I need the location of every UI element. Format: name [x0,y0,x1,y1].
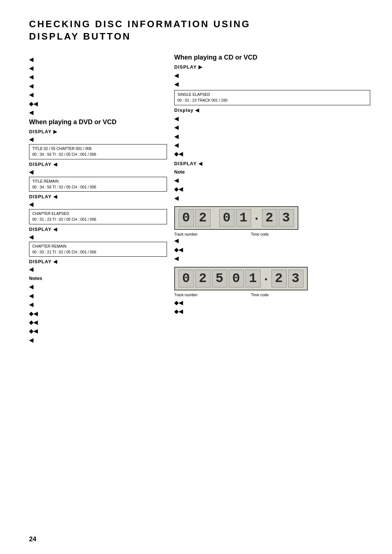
box3-line1: CHAPTER ELAPSED [32,211,164,217]
top-arrows-left: ◀ ◀ ◀ ◀ ◀ ◆◀ ◀ [29,55,167,117]
lcd1-time-digit2: 1 [236,209,251,227]
lcd2-time-digit2: 2 [271,270,287,288]
arrow-2: ◀ [29,64,167,72]
info-box-4: CHAPTER REMAIN 00 : 03 : 21 TI : 02 / 05… [29,242,167,257]
right-middle-arrows: ◀ ◀ ◀ ◀ ◆◀ [174,114,370,159]
right-mid-arrow-5: ◆◀ [174,150,370,158]
right-btw-arrow-1: ◆◀ [174,246,370,254]
right-mid-arrow-4: ◀ [174,141,370,149]
left-arrow-3: ◀ [29,201,167,208]
lcd-display-2-wrapper: 0 2 5 0 1 · 2 3 Track number Time code [174,265,370,297]
cd-info-box: SINGLE ELAPSED 00 : 01 : 23 TRACK 001 / … [174,90,370,105]
note-arrow-2: ◀ [29,292,167,300]
box4-line1: CHAPTER REMAIN [32,244,164,249]
right-top-arrows: ◀ ◀ [174,71,370,89]
left-display-back1: DISPLAY ◀ [29,162,167,167]
arrow-6: ◆◀ [29,100,167,108]
lcd2-captions: Track number Time code [174,293,269,297]
left-arrow-2: ◀ [29,168,167,175]
right-display-forward: DISPLAY ▶ [174,64,370,70]
lcd-display-1: 0 2 0 1 · 2 3 [174,206,298,230]
note-arrow-6: ◆◀ [29,327,167,335]
lcd2-track-digit4: 0 [229,270,244,288]
title-line1: CHECKING DISC INFORMATION USING [29,18,370,30]
left-display-back2: DISPLAY ◀ [29,194,167,199]
lcd2-track-digit3: 5 [212,270,227,288]
box4-line2: 00 : 03 : 21 TI : 02 / 05 CH : 001 / 006 [32,249,164,255]
lcd1-track-digit2: 2 [195,209,211,227]
left-arrow-5: ◀ [29,266,167,273]
lcd2-track-digit2: 2 [195,270,211,288]
title-line2: DISPLAY BUTTON [29,30,370,43]
right-mid-arrow-1: ◀ [174,115,370,123]
right-bottom-arrows: ◆◀ ◆◀ [174,298,370,316]
lcd2-colon: · [262,272,270,287]
page-number: 24 [29,535,36,543]
box2-line1: TITLE REMAIN [32,179,164,184]
lcd1-time-label: Time code [251,232,269,236]
right-note-arrows: ◀ ◆◀ ◀ [174,176,370,203]
right-section-header: When playing a CD or VCD [174,54,370,61]
box3-line2: 00 : 01 : 23 TI : 02 / 05 CH : 001 / 006 [32,217,164,223]
right-mid-arrow-3: ◀ [174,133,370,140]
right-note-arrow-2: ◆◀ [174,185,370,193]
cd-box-line1: SINGLE ELAPSED [177,92,367,98]
right-note-arrow-1: ◀ [174,176,370,184]
arrow-7: ◀ [29,109,167,117]
left-column: ◀ ◀ ◀ ◀ ◀ ◆◀ ◀ When playing a DVD or VCD… [29,54,167,346]
lcd1-time-digit4: 3 [279,209,294,227]
left-display-back4: DISPLAY ◀ [29,259,167,264]
arrow-5: ◀ [29,91,167,99]
right-column: When playing a CD or VCD DISPLAY ▶ ◀ ◀ S… [174,54,370,346]
right-mid-arrow-2: ◀ [174,123,370,131]
lcd1-track-label: Track number [174,232,197,236]
left-display-forward: DISPLAY ▶ [29,129,167,134]
content-columns: ◀ ◀ ◀ ◀ ◀ ◆◀ ◀ When playing a DVD or VCD… [29,54,370,346]
arrow-1: ◀ [29,56,167,64]
left-arrow-4: ◀ [29,233,167,240]
left-arrow-after-display: ◀ [29,136,167,143]
right-display-back1: Display ◀ [174,107,370,113]
left-display-back3: DISPLAY ◀ [29,227,167,232]
lcd-display-1-wrapper: 0 2 0 1 · 2 3 Track number Time code [174,205,370,236]
notes-label: Notes [29,276,167,281]
right-bot-arrow-2: ◆◀ [174,307,370,315]
note-arrow-4: ◆◀ [29,310,167,318]
note-label: Note [174,169,370,175]
right-arrow-1: ◀ [174,72,370,80]
lcd1-time-digit3: 2 [262,209,277,227]
right-btw-arrow-2: ◀ [174,254,370,262]
lcd2-track-digit1: 0 [179,270,194,288]
lcd1-colon: · [253,212,261,227]
arrow-3: ◀ [29,73,167,81]
arrow-4: ◀ [29,82,167,90]
lcd2-time-digit1: 1 [245,270,261,288]
lcd2-time-label: Time code [251,293,269,297]
note-arrow-1: ◀ [29,283,167,291]
lcd1-time-digit1: 0 [219,209,234,227]
cd-box-line2: 00 : 01 : 23 TRACK 001 / 160 [177,98,367,103]
note-arrow-7: ◀ [29,336,167,344]
right-bot-arrow-1: ◆◀ [174,299,370,307]
right-note-arrow-3: ◀ [174,194,370,202]
right-display-back2: DISPLAY ◀ [174,161,370,166]
lcd2-track-label: Track number [174,293,197,297]
lcd1-captions: Track number Time code [174,232,269,236]
lcd2-time-digit3: 3 [288,270,303,288]
info-box-1: TITLE 02 / 05 CHAPTER 001 / 006 00 : 34 … [29,144,167,159]
lcd1-track-digit1: 0 [179,209,194,227]
note-arrow-5: ◆◀ [29,318,167,326]
right-between-lcd-arrows: ◆◀ ◀ [174,245,370,263]
lcd-display-2: 0 2 5 0 1 · 2 3 [174,267,308,290]
box1-line1: TITLE 02 / 05 CHAPTER 001 / 006 [32,146,164,152]
right-arrow-2: ◀ [174,80,370,88]
info-box-2: TITLE REMAIN 00 : 34 : 56 TI : 02 / 05 C… [29,177,167,192]
left-section-header: When playing a DVD or VCD [29,118,167,126]
bottom-arrows-left: ◀ ◀ ◀ ◆◀ ◆◀ ◆◀ ◀ [29,282,167,345]
info-box-3: CHAPTER ELAPSED 00 : 01 : 23 TI : 02 / 0… [29,209,167,224]
page-title: CHECKING DISC INFORMATION USING DISPLAY … [29,18,370,43]
page-container: CHECKING DISC INFORMATION USING DISPLAY … [0,0,392,554]
box2-line2: 00 : 34 : 56 TI : 02 / 05 CH : 001 / 006 [32,184,164,190]
note-arrow-3: ◀ [29,301,167,309]
right-between-lcd-arrow: ◀ [174,237,370,244]
